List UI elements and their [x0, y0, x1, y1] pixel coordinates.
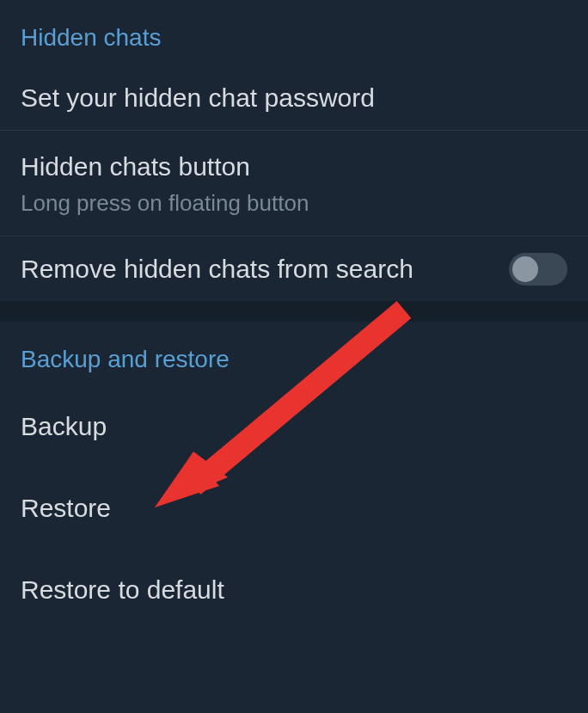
setting-subtitle: Long press on floating button: [21, 190, 309, 217]
section-header-hidden-chats: Hidden chats: [0, 0, 588, 65]
setting-remove-search[interactable]: Remove hidden chats from search: [0, 237, 588, 301]
setting-title: Restore: [21, 491, 111, 525]
setting-title: Restore to default: [21, 573, 224, 606]
setting-title: Set your hidden chat password: [21, 81, 375, 114]
setting-title: Backup: [21, 409, 107, 443]
setting-restore-default[interactable]: Restore to default: [0, 550, 588, 615]
setting-title: Hidden chats button: [21, 150, 250, 183]
setting-backup[interactable]: Backup: [0, 387, 588, 465]
setting-title: Remove hidden chats from search: [21, 252, 413, 286]
section-header-backup-restore: Backup and restore: [0, 322, 588, 387]
section-divider: [0, 301, 588, 322]
section-hidden-chats: Hidden chats Set your hidden chat passwo…: [0, 0, 588, 301]
setting-hidden-button[interactable]: Hidden chats button Long press on floati…: [0, 131, 588, 237]
setting-set-password[interactable]: Set your hidden chat password: [0, 65, 588, 131]
toggle-remove-search[interactable]: [509, 253, 567, 286]
section-backup-restore: Backup and restore Backup Restore Restor…: [0, 322, 588, 615]
toggle-knob: [512, 256, 538, 282]
setting-restore[interactable]: Restore: [0, 465, 588, 550]
